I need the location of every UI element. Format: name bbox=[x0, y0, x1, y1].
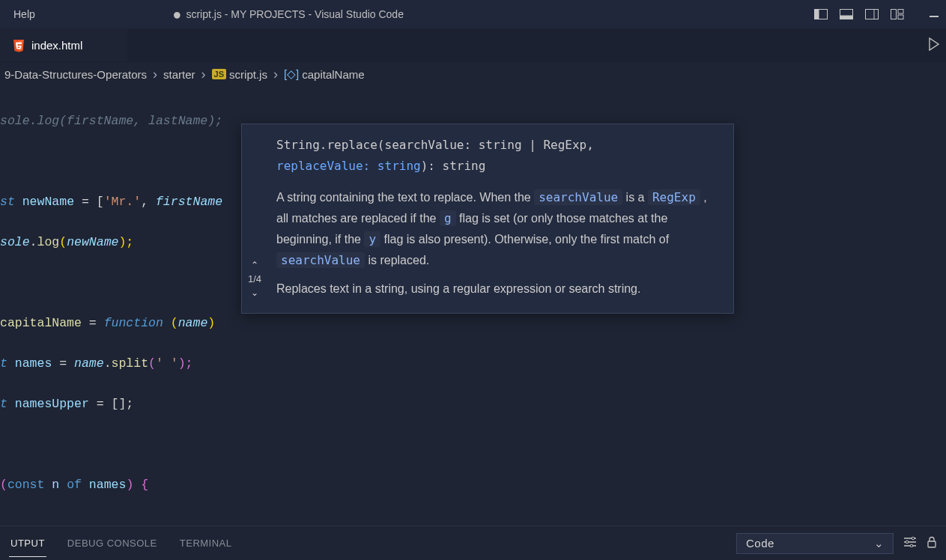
symbol-variable-icon: [◇] bbox=[284, 67, 299, 81]
svg-rect-8 bbox=[898, 15, 903, 19]
panel-tab-output[interactable]: UTPUT bbox=[9, 530, 46, 557]
svg-rect-4 bbox=[866, 10, 879, 19]
tab-index-html[interactable]: index.html bbox=[0, 28, 127, 61]
parameter-hints-popup: ⌃ 1/4 ⌄ String.replace(searchValue: stri… bbox=[241, 124, 734, 314]
customize-layout-icon[interactable] bbox=[891, 7, 904, 21]
code-line[interactable]: t names = name.split(' '); bbox=[0, 353, 946, 374]
crumb-subfolder[interactable]: starter bbox=[163, 68, 195, 81]
signature-index: 1/4 bbox=[248, 273, 261, 284]
code-line[interactable]: t namesUpper = []; bbox=[0, 394, 946, 414]
output-channel-label: Code bbox=[746, 537, 774, 550]
svg-rect-7 bbox=[898, 10, 903, 14]
tab-label: index.html bbox=[31, 39, 82, 52]
panel-tab-debug-console[interactable]: DEBUG CONSOLE bbox=[66, 530, 159, 556]
layout-icons bbox=[814, 7, 939, 21]
signature-body: String.replace(searchValue: string | Reg… bbox=[267, 124, 733, 313]
panel-tab-terminal[interactable]: TERMINAL bbox=[178, 530, 234, 556]
editor-tabs: index.html bbox=[0, 28, 946, 62]
svg-rect-6 bbox=[891, 10, 897, 19]
window-title-text: script.js - MY PROJECTS - Visual Studio … bbox=[186, 8, 403, 20]
crumb-symbol[interactable]: [◇] capitalName bbox=[284, 67, 365, 81]
panel-bar: UTPUT DEBUG CONSOLE TERMINAL Code ⌄ bbox=[0, 526, 946, 560]
html-file-icon bbox=[12, 39, 25, 52]
signature-text: String.replace(searchValue: string | Reg… bbox=[276, 135, 721, 177]
chevron-right-icon: › bbox=[150, 67, 160, 82]
code-line[interactable]: capitalName = function (name) bbox=[0, 313, 946, 333]
svg-rect-15 bbox=[928, 541, 936, 547]
chevron-right-icon: › bbox=[198, 67, 209, 82]
filter-icon[interactable] bbox=[904, 537, 916, 550]
toggle-panel-icon[interactable] bbox=[840, 7, 853, 21]
svg-point-14 bbox=[910, 544, 913, 547]
titlebar: Help ● script.js - MY PROJECTS - Visual … bbox=[0, 0, 946, 28]
svg-rect-1 bbox=[815, 10, 819, 19]
signature-next-icon[interactable]: ⌄ bbox=[251, 287, 258, 298]
toggle-secondary-sidebar-icon[interactable] bbox=[865, 7, 879, 21]
dirty-indicator-dot: ● bbox=[172, 7, 181, 22]
crumb-folder[interactable]: 9-Data-Structures-Operators bbox=[4, 68, 147, 81]
breadcrumb[interactable]: 9-Data-Structures-Operators › starter › … bbox=[0, 62, 946, 86]
toggle-sidebar-icon[interactable] bbox=[814, 7, 828, 21]
crumb-symbol-label: capitalName bbox=[302, 68, 364, 81]
crumb-file-label: script.js bbox=[229, 68, 267, 81]
output-channel-select[interactable]: Code ⌄ bbox=[736, 533, 894, 554]
minimize-window-icon[interactable] bbox=[916, 11, 939, 17]
js-file-icon: JS bbox=[212, 69, 226, 79]
svg-point-13 bbox=[906, 541, 909, 544]
run-file-icon[interactable] bbox=[928, 37, 940, 54]
code-line[interactable]: (const n of names) { bbox=[0, 475, 946, 495]
svg-rect-3 bbox=[840, 16, 853, 19]
menu-help[interactable]: Help bbox=[6, 5, 43, 23]
window-title: ● script.js - MY PROJECTS - Visual Studi… bbox=[172, 7, 404, 22]
signature-nav: ⌃ 1/4 ⌄ bbox=[242, 124, 267, 313]
chevron-right-icon: › bbox=[270, 67, 281, 82]
chevron-down-icon: ⌄ bbox=[874, 537, 885, 550]
signature-prev-icon[interactable]: ⌃ bbox=[251, 260, 258, 270]
svg-point-12 bbox=[912, 537, 915, 540]
signature-doc: A string containing the text to replace.… bbox=[276, 187, 721, 299]
crumb-file[interactable]: JS script.js bbox=[212, 68, 267, 81]
lock-icon[interactable] bbox=[927, 536, 937, 550]
code-line[interactable] bbox=[0, 434, 946, 454]
